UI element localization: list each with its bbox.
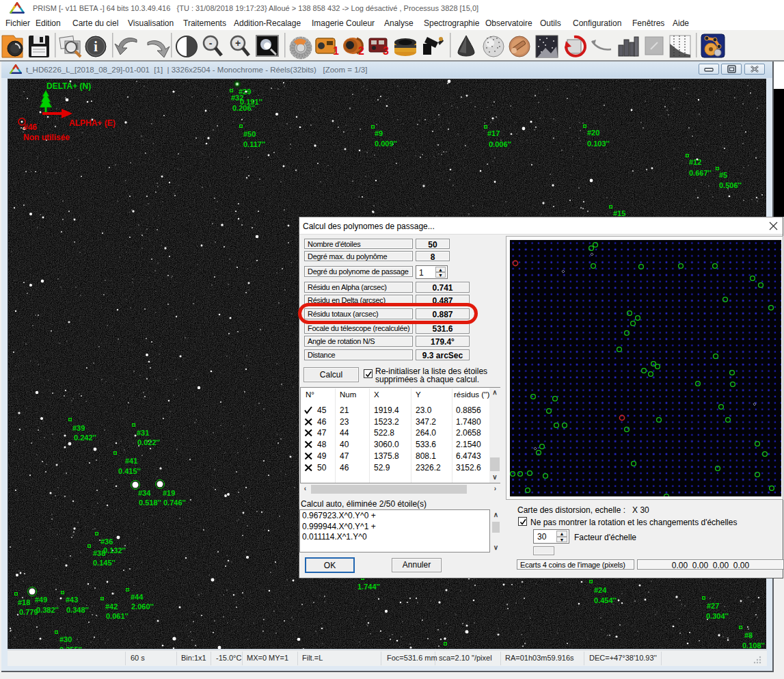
svg-text:1: 1 xyxy=(333,45,339,57)
svg-text:i: i xyxy=(94,39,98,54)
svg-text:+: + xyxy=(235,38,241,49)
svg-text:2: 2 xyxy=(358,45,364,57)
svg-text:-: - xyxy=(209,38,213,49)
svg-text:3: 3 xyxy=(383,45,389,57)
